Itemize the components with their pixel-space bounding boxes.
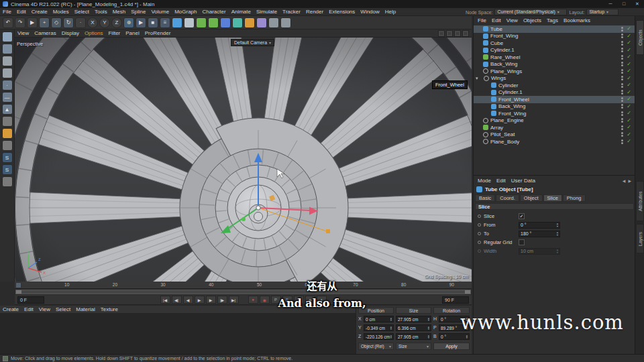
- spinner-icon[interactable]: [466, 335, 468, 339]
- animation-dot-icon[interactable]: [478, 215, 481, 218]
- object-row[interactable]: Cylinder.1: [474, 47, 635, 54]
- menu-item[interactable]: Edit: [14, 9, 29, 15]
- edges-mode-icon[interactable]: —: [2, 92, 13, 103]
- object-row[interactable]: Front_Wing: [474, 33, 635, 40]
- size-mode-dropdown[interactable]: Size: [396, 343, 431, 350]
- modeling-settings-icon[interactable]: [2, 176, 13, 187]
- enabled-check-icon[interactable]: [627, 104, 631, 109]
- visibility-dots-icon[interactable]: [621, 75, 624, 81]
- visibility-dots-icon[interactable]: [621, 68, 624, 74]
- rotation-b-field[interactable]: 0 °: [439, 333, 470, 340]
- attribute-tab[interactable]: Coord.: [496, 194, 519, 202]
- viewport-3d[interactable]: Y X Z Perspective Default Camera Front_W…: [15, 38, 472, 282]
- visibility-dots-icon[interactable]: [621, 82, 624, 88]
- x-axis-lock-button[interactable]: X: [87, 17, 98, 28]
- maximize-button[interactable]: □: [617, 0, 631, 8]
- visibility-dots-icon[interactable]: [621, 33, 624, 39]
- viewport-menu-item[interactable]: View: [15, 30, 32, 36]
- toggle-views-icon[interactable]: [462, 30, 469, 37]
- animation-dot-icon[interactable]: [478, 241, 481, 244]
- viewport-menu-item[interactable]: Cameras: [32, 30, 58, 36]
- redo-icon[interactable]: ↷: [15, 17, 25, 28]
- enabled-check-icon[interactable]: [627, 118, 631, 123]
- panel-layout-icon[interactable]: [446, 30, 453, 37]
- object-manager-menu-item[interactable]: Bookmarks: [561, 17, 593, 23]
- menu-item[interactable]: Render: [303, 9, 326, 15]
- camera-selector[interactable]: Default Camera: [231, 39, 274, 46]
- visibility-dots-icon[interactable]: [621, 47, 624, 53]
- object-row[interactable]: Back_Wing: [474, 103, 635, 111]
- apply-button[interactable]: Apply: [433, 343, 470, 350]
- visibility-dots-icon[interactable]: [621, 131, 624, 137]
- object-row[interactable]: Wings: [474, 75, 635, 82]
- object-row[interactable]: Cylinder.1: [474, 89, 635, 97]
- attribute-tab[interactable]: Basic: [475, 194, 495, 202]
- enabled-check-icon[interactable]: [627, 125, 631, 130]
- history-back-icon[interactable]: ◀: [623, 178, 626, 183]
- history-forward-icon[interactable]: ▶: [628, 178, 631, 183]
- add-cube-icon[interactable]: [172, 17, 182, 28]
- size-y-field[interactable]: 6.396 cm: [396, 324, 431, 331]
- make-editable-icon[interactable]: [2, 32, 13, 42]
- panel-layout-icon[interactable]: [438, 30, 445, 37]
- slice-checkbox[interactable]: [519, 213, 525, 219]
- texture-mode-icon[interactable]: [2, 56, 13, 66]
- object-manager-menu-item[interactable]: File: [475, 17, 489, 23]
- animation-dot-icon[interactable]: [478, 223, 481, 227]
- menu-item[interactable]: Character: [200, 9, 229, 15]
- menu-item[interactable]: Help: [382, 9, 398, 15]
- attribute-menu-item[interactable]: Mode: [475, 178, 494, 184]
- enabled-check-icon[interactable]: [627, 54, 631, 60]
- visibility-dots-icon[interactable]: [621, 139, 624, 145]
- enabled-check-icon[interactable]: [627, 26, 631, 32]
- model-mode-icon[interactable]: [2, 44, 13, 54]
- spinner-icon[interactable]: [390, 317, 392, 322]
- close-button[interactable]: ✕: [631, 0, 644, 8]
- enabled-check-icon[interactable]: [627, 76, 631, 81]
- to-field[interactable]: 180 °: [519, 231, 560, 237]
- visibility-dots-icon[interactable]: [621, 111, 624, 117]
- scale-tool-icon[interactable]: ◇: [51, 17, 62, 28]
- visibility-dots-icon[interactable]: [621, 97, 624, 103]
- last-tool-icon[interactable]: ·: [75, 17, 86, 28]
- tweak-mode-icon[interactable]: [2, 116, 13, 127]
- object-row[interactable]: Plane_Engine: [474, 117, 635, 125]
- attribute-menu-item[interactable]: User Data: [508, 178, 538, 184]
- enabled-check-icon[interactable]: [627, 34, 631, 39]
- object-row[interactable]: Front_Wing: [474, 110, 635, 117]
- menu-item[interactable]: Select: [72, 9, 92, 15]
- object-manager-menu-item[interactable]: Tags: [544, 17, 561, 23]
- object-row[interactable]: Cube: [474, 40, 635, 47]
- object-row[interactable]: Front_Wheel: [474, 96, 635, 103]
- animation-dot-icon[interactable]: [478, 232, 481, 235]
- visibility-dots-icon[interactable]: [621, 103, 624, 109]
- material-manager-area[interactable]: [0, 314, 356, 354]
- spinner-icon[interactable]: [390, 326, 392, 330]
- menu-item[interactable]: Modes: [50, 9, 72, 15]
- enabled-check-icon[interactable]: [627, 90, 631, 95]
- object-row[interactable]: Plane_Wings: [474, 68, 635, 75]
- object-row[interactable]: Pilot_Seat: [474, 131, 635, 139]
- gizmo-plane-handle-knob[interactable]: [326, 229, 330, 233]
- z-axis-lock-button[interactable]: Z: [111, 17, 122, 28]
- spinner-icon[interactable]: [428, 335, 429, 339]
- enabled-check-icon[interactable]: [627, 62, 631, 67]
- panel-layout-icon[interactable]: [454, 30, 461, 37]
- volume-builder-icon[interactable]: [220, 17, 231, 28]
- visibility-dots-icon[interactable]: [621, 40, 624, 46]
- spinner-icon[interactable]: [557, 223, 558, 227]
- enabled-check-icon[interactable]: [627, 48, 631, 53]
- enabled-check-icon[interactable]: [627, 68, 631, 74]
- expand-arrow-icon[interactable]: [476, 76, 482, 81]
- object-row[interactable]: Back_Wing: [474, 61, 635, 68]
- attribute-tab[interactable]: Phong: [563, 194, 586, 202]
- enabled-check-icon[interactable]: [627, 139, 631, 144]
- attribute-tab[interactable]: Slice: [543, 194, 562, 202]
- mograph-icon[interactable]: [232, 17, 243, 28]
- enabled-check-icon[interactable]: [627, 132, 631, 137]
- view-label[interactable]: Perspective: [17, 41, 43, 47]
- polygons-mode-icon[interactable]: ▲: [2, 104, 13, 115]
- render-settings-icon[interactable]: ≡: [160, 17, 170, 28]
- size-x-field[interactable]: 27.905 cm: [396, 316, 431, 322]
- object-row[interactable]: Plane_Body: [474, 138, 635, 145]
